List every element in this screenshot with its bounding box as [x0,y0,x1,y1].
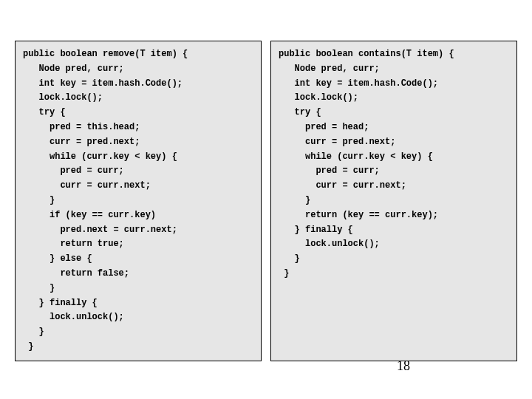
left-code-box: public boolean remove(T item) { Node pre… [15,41,262,361]
code-columns: public boolean remove(T item) { Node pre… [15,41,517,361]
contains-method-code: public boolean contains(T item) { Node p… [279,47,509,282]
remove-method-code: public boolean remove(T item) { Node pre… [23,47,253,355]
page-number: 18 [397,358,410,374]
slide: public boolean remove(T item) { Node pre… [0,0,532,399]
right-code-box: public boolean contains(T item) { Node p… [270,41,517,361]
